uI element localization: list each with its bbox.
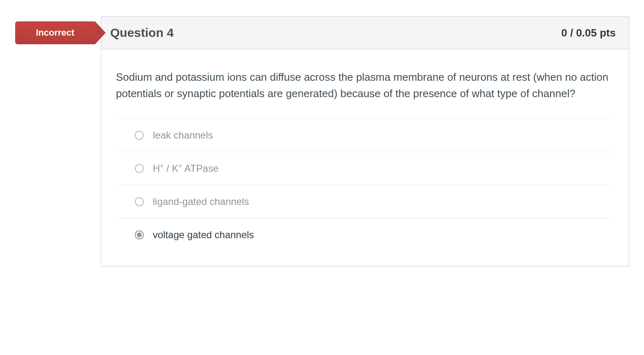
- answer-label: ligand-gated channels: [153, 196, 249, 207]
- status-badge-label: Incorrect: [36, 27, 74, 38]
- answer-option-selected: voltage gated channels: [118, 218, 612, 251]
- radio-icon: [135, 197, 144, 206]
- question-text: Sodium and potassium ions can diffuse ac…: [116, 69, 614, 102]
- answer-label: leak channels: [153, 130, 213, 141]
- question-body: Sodium and potassium ions can diffuse ac…: [101, 49, 629, 266]
- answer-option: leak channels: [118, 118, 612, 152]
- question-header: Incorrect Question 4 0 / 0.05 pts: [101, 17, 629, 49]
- answer-label: voltage gated channels: [153, 229, 254, 241]
- question-card: Incorrect Question 4 0 / 0.05 pts Sodium…: [101, 16, 629, 266]
- answer-option: H+ / K+ ATPase: [118, 152, 612, 185]
- answer-option: ligand-gated channels: [118, 185, 612, 218]
- answer-list: leak channels H+ / K+ ATPase ligand-gate…: [118, 118, 612, 251]
- radio-icon: [135, 164, 144, 173]
- question-points: 0 / 0.05 pts: [561, 27, 616, 39]
- answer-label: H+ / K+ ATPase: [153, 163, 219, 174]
- quiz-question-wrapper: Incorrect Question 4 0 / 0.05 pts Sodium…: [0, 0, 644, 283]
- question-title: Question 4: [110, 26, 174, 40]
- radio-icon-selected: [135, 230, 144, 239]
- status-badge-incorrect: Incorrect: [15, 21, 95, 44]
- radio-icon: [135, 131, 144, 140]
